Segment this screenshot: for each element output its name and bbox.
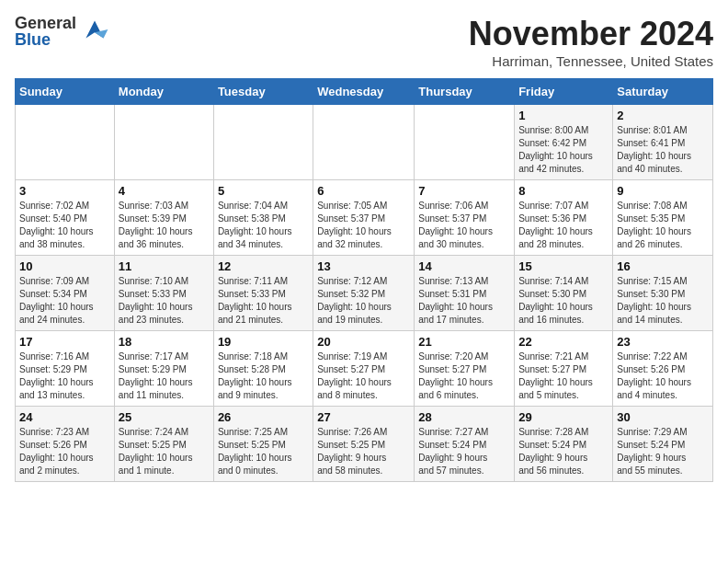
cell-3-5: 22Sunrise: 7:21 AM Sunset: 5:27 PM Dayli…	[515, 331, 613, 407]
day-number: 30	[617, 410, 709, 424]
day-number: 29	[518, 410, 609, 424]
day-number: 20	[317, 335, 410, 349]
day-info: Sunrise: 7:11 AM Sunset: 5:33 PM Dayligh…	[218, 275, 309, 327]
week-row-1: 1Sunrise: 8:00 AM Sunset: 6:42 PM Daylig…	[16, 105, 713, 180]
cell-0-6: 2Sunrise: 8:01 AM Sunset: 6:41 PM Daylig…	[613, 105, 713, 180]
calendar-header: Sunday Monday Tuesday Wednesday Thursday…	[16, 79, 713, 105]
cell-2-1: 11Sunrise: 7:10 AM Sunset: 5:33 PM Dayli…	[114, 256, 213, 331]
col-sunday: Sunday	[16, 79, 115, 105]
cell-1-3: 6Sunrise: 7:05 AM Sunset: 5:37 PM Daylig…	[313, 180, 415, 256]
day-number: 6	[317, 184, 410, 198]
day-number: 3	[19, 184, 110, 198]
logo: General Blue	[15, 15, 109, 48]
day-info: Sunrise: 7:21 AM Sunset: 5:27 PM Dayligh…	[518, 350, 609, 402]
cell-0-0	[16, 105, 115, 180]
day-number: 7	[418, 184, 510, 198]
day-info: Sunrise: 7:05 AM Sunset: 5:37 PM Dayligh…	[317, 200, 410, 251]
col-tuesday: Tuesday	[213, 79, 313, 105]
day-info: Sunrise: 7:06 AM Sunset: 5:37 PM Dayligh…	[418, 200, 510, 251]
day-info: Sunrise: 8:00 AM Sunset: 6:42 PM Dayligh…	[518, 124, 609, 176]
header-row: Sunday Monday Tuesday Wednesday Thursday…	[16, 79, 713, 105]
day-info: Sunrise: 7:03 AM Sunset: 5:39 PM Dayligh…	[119, 200, 210, 251]
col-thursday: Thursday	[415, 79, 515, 105]
day-number: 21	[418, 335, 510, 349]
title-section: November 2024 Harriman, Tennessee, Unite…	[469, 15, 713, 69]
day-number: 12	[218, 259, 309, 273]
day-info: Sunrise: 7:08 AM Sunset: 5:35 PM Dayligh…	[617, 200, 709, 251]
day-number: 13	[317, 259, 410, 273]
day-info: Sunrise: 7:23 AM Sunset: 5:26 PM Dayligh…	[19, 426, 110, 477]
cell-0-5: 1Sunrise: 8:00 AM Sunset: 6:42 PM Daylig…	[515, 105, 613, 180]
week-row-4: 17Sunrise: 7:16 AM Sunset: 5:29 PM Dayli…	[16, 331, 713, 407]
cell-0-3	[313, 105, 415, 180]
day-info: Sunrise: 7:15 AM Sunset: 5:30 PM Dayligh…	[617, 275, 709, 327]
calendar-table: Sunday Monday Tuesday Wednesday Thursday…	[15, 78, 713, 482]
cell-2-0: 10Sunrise: 7:09 AM Sunset: 5:34 PM Dayli…	[16, 256, 115, 331]
day-number: 18	[119, 335, 210, 349]
cell-0-2	[213, 105, 313, 180]
day-number: 9	[617, 184, 709, 198]
day-number: 23	[617, 335, 709, 349]
day-info: Sunrise: 7:29 AM Sunset: 5:24 PM Dayligh…	[617, 426, 709, 477]
cell-3-2: 19Sunrise: 7:18 AM Sunset: 5:28 PM Dayli…	[213, 331, 313, 407]
cell-4-0: 24Sunrise: 7:23 AM Sunset: 5:26 PM Dayli…	[16, 407, 115, 482]
cell-1-6: 9Sunrise: 7:08 AM Sunset: 5:35 PM Daylig…	[613, 180, 713, 256]
day-number: 19	[218, 335, 309, 349]
day-info: Sunrise: 7:16 AM Sunset: 5:29 PM Dayligh…	[19, 350, 110, 402]
logo-icon	[80, 15, 109, 48]
cell-1-2: 5Sunrise: 7:04 AM Sunset: 5:38 PM Daylig…	[213, 180, 313, 256]
day-number: 8	[518, 184, 609, 198]
day-info: Sunrise: 8:01 AM Sunset: 6:41 PM Dayligh…	[617, 124, 709, 176]
cell-1-1: 4Sunrise: 7:03 AM Sunset: 5:39 PM Daylig…	[114, 180, 213, 256]
day-number: 25	[119, 410, 210, 424]
page-header: General Blue November 2024 Harriman, Ten…	[15, 15, 713, 69]
day-info: Sunrise: 7:04 AM Sunset: 5:38 PM Dayligh…	[218, 200, 309, 251]
day-number: 4	[119, 184, 210, 198]
logo-general-text: General	[15, 15, 76, 31]
calendar-body: 1Sunrise: 8:00 AM Sunset: 6:42 PM Daylig…	[16, 105, 713, 482]
cell-0-1	[114, 105, 213, 180]
day-info: Sunrise: 7:13 AM Sunset: 5:31 PM Dayligh…	[418, 275, 510, 327]
cell-1-5: 8Sunrise: 7:07 AM Sunset: 5:36 PM Daylig…	[515, 180, 613, 256]
day-info: Sunrise: 7:17 AM Sunset: 5:29 PM Dayligh…	[119, 350, 210, 402]
cell-2-3: 13Sunrise: 7:12 AM Sunset: 5:32 PM Dayli…	[313, 256, 415, 331]
day-number: 10	[19, 259, 110, 273]
logo-blue-text: Blue	[15, 31, 76, 48]
col-wednesday: Wednesday	[313, 79, 415, 105]
col-monday: Monday	[114, 79, 213, 105]
cell-4-5: 29Sunrise: 7:28 AM Sunset: 5:24 PM Dayli…	[515, 407, 613, 482]
day-info: Sunrise: 7:09 AM Sunset: 5:34 PM Dayligh…	[19, 275, 110, 327]
cell-3-1: 18Sunrise: 7:17 AM Sunset: 5:29 PM Dayli…	[114, 331, 213, 407]
day-number: 22	[518, 335, 609, 349]
cell-3-3: 20Sunrise: 7:19 AM Sunset: 5:27 PM Dayli…	[313, 331, 415, 407]
week-row-2: 3Sunrise: 7:02 AM Sunset: 5:40 PM Daylig…	[16, 180, 713, 256]
cell-2-6: 16Sunrise: 7:15 AM Sunset: 5:30 PM Dayli…	[613, 256, 713, 331]
day-info: Sunrise: 7:10 AM Sunset: 5:33 PM Dayligh…	[119, 275, 210, 327]
day-info: Sunrise: 7:27 AM Sunset: 5:24 PM Dayligh…	[418, 426, 510, 477]
day-number: 16	[617, 259, 709, 273]
cell-1-0: 3Sunrise: 7:02 AM Sunset: 5:40 PM Daylig…	[16, 180, 115, 256]
day-number: 26	[218, 410, 309, 424]
day-number: 15	[518, 259, 609, 273]
day-number: 24	[19, 410, 110, 424]
day-number: 2	[617, 109, 709, 122]
day-info: Sunrise: 7:18 AM Sunset: 5:28 PM Dayligh…	[218, 350, 309, 402]
day-info: Sunrise: 7:24 AM Sunset: 5:25 PM Dayligh…	[119, 426, 210, 477]
month-year-title: November 2024	[469, 15, 713, 53]
cell-3-4: 21Sunrise: 7:20 AM Sunset: 5:27 PM Dayli…	[415, 331, 515, 407]
day-info: Sunrise: 7:20 AM Sunset: 5:27 PM Dayligh…	[418, 350, 510, 402]
cell-0-4	[415, 105, 515, 180]
cell-3-0: 17Sunrise: 7:16 AM Sunset: 5:29 PM Dayli…	[16, 331, 115, 407]
day-info: Sunrise: 7:22 AM Sunset: 5:26 PM Dayligh…	[617, 350, 709, 402]
cell-3-6: 23Sunrise: 7:22 AM Sunset: 5:26 PM Dayli…	[613, 331, 713, 407]
day-number: 27	[317, 410, 410, 424]
day-info: Sunrise: 7:14 AM Sunset: 5:30 PM Dayligh…	[518, 275, 609, 327]
day-number: 14	[418, 259, 510, 273]
day-info: Sunrise: 7:02 AM Sunset: 5:40 PM Dayligh…	[19, 200, 110, 251]
week-row-5: 24Sunrise: 7:23 AM Sunset: 5:26 PM Dayli…	[16, 407, 713, 482]
day-info: Sunrise: 7:25 AM Sunset: 5:25 PM Dayligh…	[218, 426, 309, 477]
day-info: Sunrise: 7:07 AM Sunset: 5:36 PM Dayligh…	[518, 200, 609, 251]
day-info: Sunrise: 7:28 AM Sunset: 5:24 PM Dayligh…	[518, 426, 609, 477]
cell-2-2: 12Sunrise: 7:11 AM Sunset: 5:33 PM Dayli…	[213, 256, 313, 331]
cell-4-6: 30Sunrise: 7:29 AM Sunset: 5:24 PM Dayli…	[613, 407, 713, 482]
